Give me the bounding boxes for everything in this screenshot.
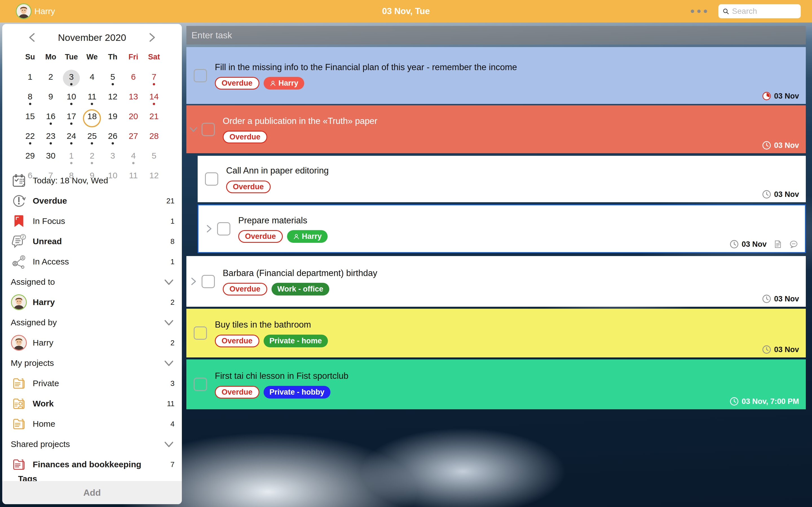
task-checkbox[interactable] [194,327,207,340]
calendar-day[interactable]: 11 [82,89,102,108]
calendar-day[interactable]: 17 [61,108,82,128]
project-badge[interactable]: Work - office [271,283,329,295]
sidebar-item-project-work[interactable]: Work 11 [2,393,182,414]
sidebar-item-project-home[interactable]: Home 4 [2,414,182,434]
folder-icon [10,457,28,472]
calendar-day[interactable]: 9 [40,89,61,108]
calendar-day[interactable]: 26 [102,128,123,148]
section-assigned-by[interactable]: Assigned by [2,313,182,333]
project-badge[interactable]: Private - hobby [264,386,331,399]
task-due: 03 Nov [762,92,799,101]
calendar-day[interactable]: 3 [102,148,123,168]
section-my-projects[interactable]: My projects [2,353,182,373]
calendar-day[interactable]: 4 [123,148,144,168]
sidebar-item-project-finances[interactable]: Finances and bookkeeping 7 [2,454,182,474]
calendar-day[interactable]: 28 [144,128,164,148]
assignee-badge[interactable]: Harry [287,230,328,243]
user-avatar[interactable] [16,3,32,19]
overdue-badge[interactable]: Overdue [226,180,271,193]
calendar-day[interactable]: 5 [144,148,164,168]
section-assigned-to[interactable]: Assigned to [2,272,182,292]
sidebar-item-in-focus[interactable]: In Focus 1 [2,211,182,231]
add-button[interactable]: Add [2,481,182,504]
section-tags[interactable]: Tags [18,474,37,482]
chevron-down-icon[interactable] [189,124,198,134]
task-checkbox[interactable] [194,69,207,82]
comment-icon[interactable] [789,240,798,249]
more-menu-icon[interactable] [691,10,707,13]
calendar-day[interactable]: 20 [123,108,144,128]
task-checkbox[interactable] [194,378,207,391]
calendar-day[interactable]: 13 [123,89,144,108]
overdue-badge[interactable]: Overdue [215,77,259,90]
sidebar-item-overdue[interactable]: Overdue 21 [2,191,182,211]
chevron-right-icon[interactable] [204,224,214,233]
calendar-day[interactable]: 15 [20,108,40,128]
task-row[interactable]: Call Ann in paper editoring Overdue 03 N… [198,156,806,202]
calendar-day[interactable]: 1 [61,148,82,168]
task-row[interactable]: Prepare materials Overdue Harry 03 Nov [198,205,806,253]
task-checkbox[interactable] [202,275,215,288]
task-row[interactable]: Barbara (Financial department) birthday … [186,256,806,307]
calendar-day[interactable]: 22 [20,128,40,148]
task-row[interactable]: Order a publication in the «Truth» paper… [186,105,806,153]
calendar-day[interactable]: 4 [82,69,102,89]
calendar-day[interactable]: 2 [40,69,61,89]
count-badge: 7 [170,460,174,469]
calendar-day-today[interactable]: 18 [82,108,102,128]
calendar-day[interactable]: 21 [144,108,164,128]
calendar-day[interactable]: 12 [102,89,123,108]
task-checkbox[interactable] [217,222,231,235]
chevron-down-icon[interactable] [163,276,174,288]
calendar-day[interactable]: 3 [61,69,82,89]
sidebar-item-assigned-by-harry[interactable]: Harry 2 [2,333,182,353]
document-icon[interactable] [773,240,782,249]
calendar-day[interactable]: 19 [102,108,123,128]
task-row[interactable]: Fill in the missing info to the Financia… [186,47,806,104]
calendar-day[interactable]: 2 [82,148,102,168]
calendar-day[interactable]: 29 [20,148,40,168]
calendar-day[interactable]: 1 [20,69,40,89]
overdue-badge[interactable]: Overdue [223,283,267,295]
search-input[interactable] [732,7,797,16]
section-shared-projects[interactable]: Shared projects [2,434,182,454]
calendar: November 2020 SuMoTueWeThFriSat 12345678… [2,24,182,187]
overdue-badge[interactable]: Overdue [215,335,259,347]
calendar-prev-icon[interactable] [27,32,38,43]
task-row[interactable]: Buy tiles in the bathroom Overdue Privat… [186,309,806,357]
project-badge[interactable]: Private - home [264,335,328,347]
sidebar-item-unread[interactable]: Unread 8 [2,231,182,251]
calendar-day[interactable]: 6 [123,69,144,89]
calendar-day[interactable]: 10 [61,89,82,108]
chevron-down-icon[interactable] [163,357,174,369]
count-badge: 1 [170,258,174,266]
overdue-badge[interactable]: Overdue [223,131,267,144]
sidebar-item-assigned-to-harry[interactable]: Harry 2 [2,292,182,313]
sidebar-item-in-access[interactable]: In Access 1 [2,251,182,272]
task-checkbox[interactable] [202,123,215,136]
calendar-day[interactable]: 27 [123,128,144,148]
chevron-down-icon[interactable] [163,317,174,328]
task-row[interactable]: First tai chi lesson in Fist sportclub O… [186,359,806,409]
calendar-day[interactable]: 8 [20,89,40,108]
sidebar-item-project-private[interactable]: Private 3 [2,373,182,393]
enter-task-input[interactable] [186,30,806,41]
calendar-next-icon[interactable] [146,32,158,43]
overdue-badge[interactable]: Overdue [215,386,259,399]
calendar-day[interactable]: 7 [144,69,164,89]
enter-task-bar[interactable] [186,26,806,45]
task-checkbox[interactable] [205,172,218,186]
calendar-weekday: We [82,53,102,64]
assignee-badge[interactable]: Harry [264,77,305,90]
calendar-day[interactable]: 16 [40,108,61,128]
chevron-right-icon[interactable] [189,277,198,286]
search-box[interactable] [718,4,801,18]
calendar-day[interactable]: 5 [102,69,123,89]
calendar-day[interactable]: 23 [40,128,61,148]
calendar-day[interactable]: 14 [144,89,164,108]
calendar-day[interactable]: 25 [82,128,102,148]
calendar-day[interactable]: 24 [61,128,82,148]
overdue-badge[interactable]: Overdue [238,230,283,243]
calendar-day[interactable]: 30 [40,148,61,168]
chevron-down-icon[interactable] [163,439,174,450]
